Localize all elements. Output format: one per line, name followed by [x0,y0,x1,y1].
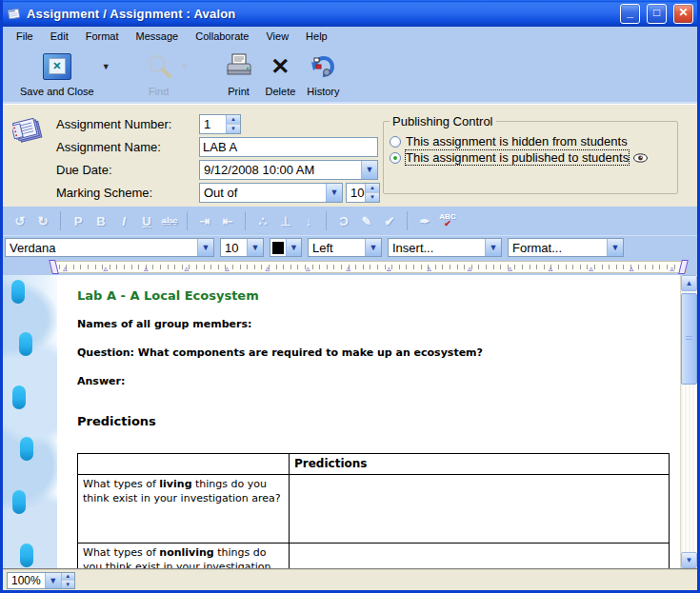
save-and-close-button[interactable]: ✕ Save and Close [14,49,100,99]
strikethrough-icon[interactable]: abc [160,216,179,227]
answer-cell[interactable] [290,544,670,569]
assignment-number-spin-buttons[interactable]: ▲▼ [226,115,240,133]
due-date-dropdown[interactable]: 9/12/2008 10:00 AM ▼ [199,160,378,180]
menu-collaborate[interactable]: Collaborate [188,29,256,44]
menu-format[interactable]: Format [78,29,127,44]
font-color-dropdown[interactable]: ▼ [270,238,302,257]
minimize-button[interactable]: _ [620,4,640,24]
ruler-tab-markers: ▵▵▵▵▵▵▵▵▵▵▵▵▵▵▵▵ [63,265,674,273]
assignment-form-panel: Assignment Number: 1 ▲▼ Assignment Name:… [3,104,697,207]
insert-marks-icon[interactable]: ∴ [253,214,272,228]
paragraph-icon[interactable]: P [69,214,88,228]
predictions-heading: Predictions [77,414,680,428]
font-name-dropdown-arrow-icon[interactable]: ▼ [197,239,213,256]
pencil-icon[interactable]: ✎ [357,214,376,228]
published-option-row: This assignment is published to students [390,150,671,165]
assignment-name-field[interactable]: LAB A [199,137,378,157]
assignment-name-label: Assignment Name: [56,140,199,154]
marking-scheme-dropdown[interactable]: Out of ▼ [199,183,343,203]
close-button[interactable]: ✕ [673,4,693,24]
window-title: Assignment / Assignment : Avalon [27,7,613,21]
bold-icon[interactable]: B [91,214,110,228]
menu-view[interactable]: View [258,29,296,44]
scroll-up-icon[interactable]: ▲ [681,275,697,291]
font-color-swatch [272,242,284,254]
delete-button[interactable]: ✕ Delete [260,49,302,99]
marking-points-stepper[interactable]: 10 ▲▼ [346,183,380,203]
accept-check-icon[interactable]: ✔ [380,214,399,228]
format-dropdown[interactable]: Format... ▼ [508,238,624,257]
paragraph-answer: Answer: [77,375,680,387]
answer-cell[interactable] [290,475,670,544]
assignment-stack-icon [12,116,45,147]
find-button[interactable]: Find [139,49,179,99]
undo-icon[interactable]: ↺ [10,214,30,228]
zoom-control[interactable]: 100% ▼ ▲▼ [7,572,75,589]
insert-dropdown-arrow-icon[interactable]: ▼ [485,239,501,256]
insert-dropdown[interactable]: Insert... ▼ [388,238,502,257]
indent-decrease-icon[interactable]: ⇤ [218,214,237,228]
binding-hole [20,544,33,567]
font-size-dropdown-arrow-icon[interactable]: ▼ [247,239,263,256]
refresh-icon[interactable]: Ɔ [334,214,353,228]
align-baseline-icon[interactable]: ⊥ [276,214,295,228]
table-row: What types of nonliving things do you th… [78,544,670,569]
zoom-dropdown-arrow-icon[interactable]: ▼ [45,573,61,588]
redo-icon[interactable]: ↻ [33,214,52,228]
menu-help[interactable]: Help [298,29,335,44]
header-cell-empty [78,454,290,475]
document-title: Lab A - A Local Ecosystem [77,288,680,303]
due-date-dropdown-arrow-icon[interactable]: ▼ [361,161,377,179]
document-content[interactable]: Lab A - A Local Ecosystem Names of all g… [57,275,680,568]
menu-file[interactable]: File [9,29,41,44]
eye-icon [633,153,648,163]
underline-icon[interactable]: U [137,214,156,228]
header-cell-predictions: Predictions [290,454,670,475]
arrow-down-icon[interactable]: ↓ [299,214,318,228]
predictions-table: Predictions What types of living things … [77,453,670,568]
save-dropdown-arrow-icon[interactable]: ▼ [102,62,110,71]
indent-increase-icon[interactable]: ⇥ [195,214,214,228]
hidden-radio[interactable] [390,136,401,148]
published-radio[interactable] [390,152,401,164]
font-size-dropdown[interactable]: 10 ▼ [220,238,264,257]
alignment-dropdown[interactable]: Left ▼ [308,238,382,257]
binding-hole [11,280,25,304]
published-radio-label[interactable]: This assignment is published to students [406,150,629,165]
vertical-scrollbar[interactable]: ▲ ▼ [680,275,697,568]
ruler-right-indent-marker[interactable] [678,260,689,274]
hidden-option-row: This assignment is hidden from students [390,134,671,148]
paragraph-question: Question: What components are required t… [77,346,680,359]
question-cell-nonliving: What types of nonliving things do you th… [78,544,290,569]
binding-hole [19,332,32,356]
maximize-button[interactable]: □ [647,4,667,24]
history-icon [308,50,338,83]
hidden-radio-label[interactable]: This assignment is hidden from students [406,134,628,148]
marking-points-spin-buttons[interactable]: ▲▼ [365,184,379,202]
menu-edit[interactable]: Edit [43,29,76,44]
paragraph-group-members: Names of all group members: [77,318,680,330]
font-name-dropdown[interactable]: Verdana ▼ [5,238,214,257]
menu-message[interactable]: Message [129,29,187,44]
italic-icon[interactable]: I [114,214,133,228]
scrollbar-track[interactable] [681,385,697,552]
scrollbar-thumb[interactable] [681,293,697,385]
history-button[interactable]: History [301,49,345,99]
save-icon: ✕ [43,50,71,83]
alignment-dropdown-arrow-icon[interactable]: ▼ [365,239,381,256]
ruler[interactable]: ▵▵▵▵▵▵▵▵▵▵▵▵▵▵▵▵ [50,261,687,273]
zoom-spin-buttons[interactable]: ▲▼ [61,573,74,588]
print-button[interactable]: Print [218,49,260,99]
scroll-down-icon[interactable]: ▼ [681,552,697,568]
marking-scheme-label: Marking Scheme: [56,186,199,200]
title-bar: Assignment / Assignment : Avalon _ □ ✕ [3,0,697,27]
font-color-dropdown-arrow-icon[interactable]: ▼ [286,239,301,256]
search-icon [145,50,173,83]
question-cell-living: What types of living things do you think… [78,475,290,544]
marking-scheme-dropdown-arrow-icon[interactable]: ▼ [326,184,342,202]
format-dropdown-arrow-icon[interactable]: ▼ [607,239,623,256]
ruler-row: ▵▵▵▵▵▵▵▵▵▵▵▵▵▵▵▵ [3,259,697,275]
signature-pen-icon[interactable]: ✒ [415,214,434,228]
assignment-number-stepper[interactable]: 1 ▲▼ [199,114,241,134]
spellcheck-icon[interactable]: ABC ✔ [438,214,457,227]
